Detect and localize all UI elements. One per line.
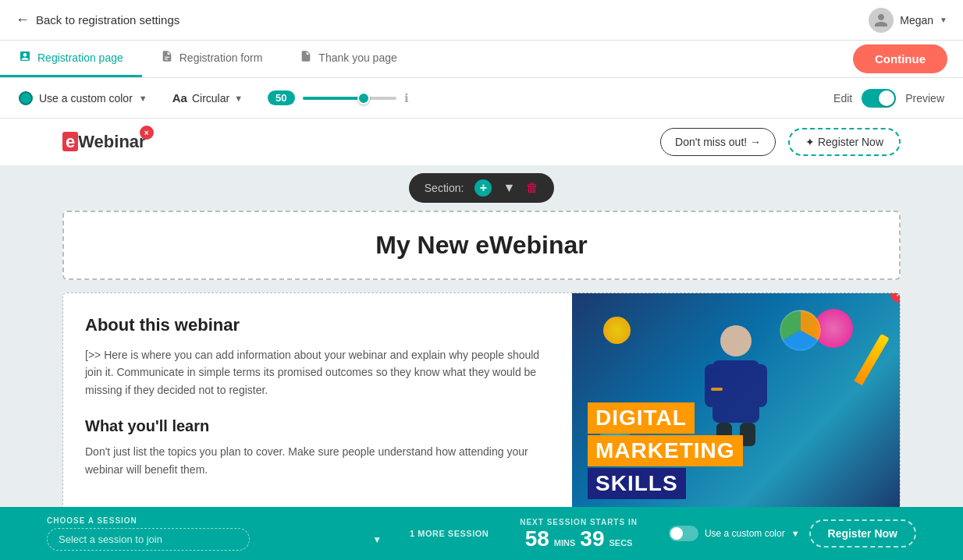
avatar xyxy=(869,8,894,33)
page-header: eWebinar × Don't miss out! → ✦ Register … xyxy=(0,119,963,165)
next-session-label: NEXT SESSION STARTS IN xyxy=(520,518,638,526)
logo-e: e xyxy=(62,132,78,151)
size-slider[interactable] xyxy=(303,97,396,100)
toolbar: Use a custom color ▼ Aa Circular ▼ 50 ℹ … xyxy=(0,78,963,119)
marketing-line1: DIGITAL xyxy=(588,402,695,434)
logo: eWebinar xyxy=(62,132,146,152)
header-buttons: Don't miss out! → ✦ Register Now xyxy=(660,128,901,156)
slider-thumb[interactable] xyxy=(357,92,370,105)
deco-circle2 xyxy=(603,317,631,344)
logo-close-button[interactable]: × xyxy=(140,126,154,140)
back-link[interactable]: ← Back to registration settings xyxy=(16,12,179,28)
choose-session-label: CHOOSE A SESSION xyxy=(47,516,391,525)
dont-miss-button[interactable]: Don't miss out! → xyxy=(660,128,776,156)
section-add-button[interactable]: + xyxy=(474,179,492,197)
chevron-down-icon: ▼ xyxy=(940,16,947,24)
countdown-minutes: 58 xyxy=(525,528,549,550)
deco-pie-icon xyxy=(779,309,822,352)
section-label: Section: xyxy=(425,182,464,194)
countdown-group: NEXT SESSION STARTS IN 58 MINS 39 SECS xyxy=(520,518,638,550)
section-pill: Section: + ▼ 🗑 xyxy=(409,173,554,203)
back-arrow-icon: ← xyxy=(16,12,30,28)
preview-label: Preview xyxy=(905,92,944,105)
learn-heading: What you'll learn xyxy=(85,417,550,435)
color-dot xyxy=(19,91,33,105)
tab-registration-page[interactable]: Registration page xyxy=(0,41,142,77)
user-name: Megan xyxy=(900,14,933,27)
continue-button[interactable]: Continue xyxy=(853,44,947,73)
toggle-knob xyxy=(879,90,894,106)
session-select[interactable]: Select a session to join xyxy=(47,528,250,551)
logo-webinar: Webinar xyxy=(78,132,145,151)
tab-registration-form[interactable]: Registration form xyxy=(142,41,282,77)
section-chevron-icon[interactable]: ▼ xyxy=(503,181,515,195)
content-section: About this webinar [>> Here is where you… xyxy=(62,292,901,512)
session-select-wrapper: Select a session to join ▼ xyxy=(47,528,391,551)
section-delete-button[interactable]: 🗑 xyxy=(526,181,538,195)
info-icon[interactable]: ℹ xyxy=(404,91,409,105)
bottom-color-toggle[interactable]: Use a custom color ▼ xyxy=(669,526,800,541)
webinar-title: My New eWebinar xyxy=(83,231,880,260)
marketing-overlay: DIGITAL MARKETING SKILLS xyxy=(572,390,900,512)
logo-area: eWebinar × xyxy=(62,132,146,152)
bottom-toggle-track xyxy=(669,526,698,541)
marketing-line2: MARKETING xyxy=(588,435,743,466)
countdown-mins-unit: MINS xyxy=(554,538,576,548)
svg-point-1 xyxy=(720,325,752,356)
register-now-outline-button[interactable]: ✦ Register Now xyxy=(788,128,901,156)
marketing-line3: SKILLS xyxy=(588,468,686,499)
font-aa-icon: Aa xyxy=(172,91,187,105)
slider-value: 50 xyxy=(268,90,294,105)
section-toolbar: Section: + ▼ 🗑 xyxy=(0,173,963,203)
color-label: Use a custom color xyxy=(39,92,133,105)
learn-text: Don't just list the topics you plan to c… xyxy=(85,443,550,478)
edit-label: Edit xyxy=(833,92,852,105)
slider-fill xyxy=(303,97,364,100)
thank-you-page-icon xyxy=(300,50,312,66)
content-left: About this webinar [>> Here is where you… xyxy=(63,293,572,512)
color-chevron-icon: ▼ xyxy=(139,94,147,103)
about-text: [>> Here is where you can add informatio… xyxy=(85,346,550,399)
countdown-secs-unit: SECS xyxy=(609,538,632,548)
font-selector[interactable]: Aa Circular ▼ xyxy=(172,91,243,105)
video-thumbnail: DIGITAL MARKETING SKILLS xyxy=(572,293,900,512)
size-slider-area: 50 ℹ xyxy=(268,90,408,105)
color-picker-button[interactable]: Use a custom color ▼ xyxy=(19,91,147,105)
more-sessions-label: 1 MORE SESSION xyxy=(410,529,489,538)
tab-thank-you-page[interactable]: Thank you page xyxy=(281,41,415,77)
bottom-register-button[interactable]: Register Now xyxy=(809,519,916,548)
content-right: × xyxy=(572,293,900,512)
font-chevron-icon: ▼ xyxy=(234,94,243,103)
bottom-right-group: Use a custom color ▼ Register Now xyxy=(669,519,916,548)
bottom-toggle-knob xyxy=(670,527,683,540)
bottom-color-label: Use a custom color xyxy=(705,528,785,539)
font-name: Circular xyxy=(192,92,229,105)
about-heading: About this webinar xyxy=(85,315,550,335)
registration-form-icon xyxy=(161,50,173,66)
registration-page-icon xyxy=(19,50,31,66)
back-label: Back to registration settings xyxy=(36,13,179,27)
countdown-display: 58 MINS 39 SECS xyxy=(525,528,633,550)
deco-pencil xyxy=(854,334,889,386)
countdown-seconds: 39 xyxy=(580,528,604,550)
top-nav: ← Back to registration settings Megan ▼ xyxy=(0,0,963,41)
bottom-color-chevron-icon: ▼ xyxy=(791,529,800,538)
session-group: CHOOSE A SESSION Select a session to joi… xyxy=(47,516,391,551)
title-section[interactable]: My New eWebinar xyxy=(62,211,901,280)
user-menu[interactable]: Megan ▼ xyxy=(869,8,947,33)
edit-preview-toggle-switch[interactable] xyxy=(862,89,896,108)
session-chevron-icon: ▼ xyxy=(372,534,382,545)
tab-thank-you-page-label: Thank you page xyxy=(318,51,396,64)
bottom-bar: CHOOSE A SESSION Select a session to joi… xyxy=(0,507,963,560)
tab-registration-form-label: Registration form xyxy=(179,51,263,64)
tab-registration-page-label: Registration page xyxy=(37,51,123,64)
tab-bar: Registration page Registration form Than… xyxy=(0,41,963,78)
main-content: eWebinar × Don't miss out! → ✦ Register … xyxy=(0,119,963,560)
edit-preview-toggle: Edit Preview xyxy=(833,89,944,108)
